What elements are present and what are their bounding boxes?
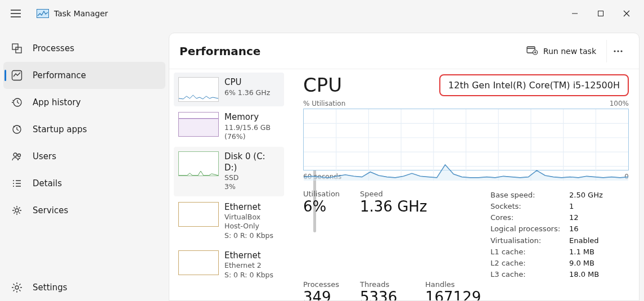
tile-title: Memory: [224, 112, 280, 123]
tile-disk-chart: [178, 151, 219, 176]
run-new-task-button[interactable]: Run new task: [520, 42, 603, 60]
spec-key: L2 cache:: [490, 258, 565, 269]
users-icon: [10, 150, 24, 163]
tile-sub: 11.9/15.6 GB (76%): [224, 123, 280, 142]
window-controls: [562, 5, 640, 23]
nav-details[interactable]: Details: [0, 170, 169, 197]
page-title: Performance: [179, 44, 260, 58]
util-value: 6%: [303, 198, 357, 215]
nav-label: Users: [33, 151, 56, 161]
tile-title: Ethernet: [224, 250, 273, 262]
tile-cpu[interactable]: CPU 6% 1.36 GHz: [174, 73, 284, 106]
hamburger-button[interactable]: [4, 2, 27, 25]
tile-memory[interactable]: Memory 11.9/15.6 GB (76%): [174, 107, 284, 146]
svg-point-7: [13, 153, 17, 156]
tile-title: Ethernet: [224, 202, 280, 213]
svg-point-13: [15, 286, 19, 289]
tile-memory-chart: [178, 112, 219, 137]
services-icon: [10, 204, 24, 217]
spec-table: Base speed:2.50 GHzSockets:1Cores:12Logi…: [490, 190, 629, 280]
nav-settings[interactable]: Settings: [0, 274, 169, 301]
util-label: Utilisation: [303, 190, 357, 198]
svg-point-8: [18, 154, 21, 157]
tile-disk-0[interactable]: Disk 0 (C: D:) SSD 3%: [174, 147, 284, 196]
svg-point-16: [614, 50, 615, 52]
svg-rect-4: [12, 71, 22, 80]
maximize-button[interactable]: [588, 5, 614, 23]
details-icon: [10, 177, 24, 190]
startup-icon: [10, 123, 24, 136]
tile-sub: 6% 1.36 GHz: [224, 88, 270, 97]
spec-key: L3 cache:: [490, 269, 565, 280]
tile-title: Disk 0 (C: D:): [224, 151, 280, 173]
tile-sub: VirtualBox Host-Only: [224, 213, 280, 231]
detail-title: CPU: [303, 74, 342, 96]
spec-value: 18.0 MB: [569, 269, 599, 280]
tile-sub2: S: 0 R: 0 Kbps: [224, 271, 273, 280]
spec-key: Base speed:: [490, 190, 565, 201]
detail-panel: CPU 12th Gen Intel(R) Core(TM) i5-12500H…: [287, 69, 639, 300]
tile-sub2: 3%: [224, 182, 280, 191]
nav-label: Settings: [33, 282, 67, 293]
content-header: Performance Run new task: [169, 33, 639, 69]
nav-label: Processes: [33, 43, 74, 53]
svg-point-12: [15, 209, 19, 212]
thr-label: Threads: [360, 280, 422, 289]
svg-rect-1: [598, 11, 604, 16]
tile-net-chart: [178, 250, 219, 275]
spec-key: L1 cache:: [490, 246, 565, 258]
spec-key: Logical processors:: [490, 223, 565, 235]
run-task-icon: [526, 45, 538, 57]
cpu-model-highlight: 12th Gen Intel(R) Core(TM) i5-12500H: [439, 74, 629, 96]
close-button[interactable]: [614, 5, 640, 23]
hnd-value: 167129: [425, 289, 487, 301]
more-button[interactable]: [606, 40, 629, 62]
thr-value: 5336: [360, 289, 422, 301]
run-task-label: Run new task: [543, 47, 596, 56]
speed-value: 1.36 GHz: [360, 198, 487, 215]
svg-rect-2: [12, 44, 18, 50]
hnd-label: Handles: [425, 280, 487, 289]
resource-tiles: CPU 6% 1.36 GHz Memory 11.9/15.6 GB (76%…: [169, 69, 287, 300]
svg-point-18: [620, 50, 622, 52]
spec-value: 16: [569, 223, 579, 235]
svg-point-17: [617, 50, 619, 52]
svg-rect-3: [16, 47, 21, 53]
spec-key: Sockets:: [490, 201, 565, 212]
history-icon: [10, 96, 24, 109]
app-icon: [36, 8, 49, 19]
proc-value: 349: [303, 289, 357, 301]
tile-ethernet-2[interactable]: Ethernet Ethernet 2 S: 0 R: 0 Kbps: [174, 246, 284, 284]
tile-cpu-chart: [178, 77, 219, 102]
chart-ymax: 100%: [610, 100, 629, 107]
chart-ytitle: % Utilisation: [303, 100, 345, 107]
spec-value: 2.50 GHz: [569, 190, 603, 201]
cpu-utilisation-chart: [303, 109, 629, 170]
processes-icon: [10, 42, 24, 55]
titlebar: Task Manager: [0, 0, 644, 27]
tile-ethernet-1[interactable]: Ethernet VirtualBox Host-Only S: 0 R: 0 …: [174, 197, 284, 245]
nav-performance[interactable]: Performance: [3, 62, 165, 89]
nav-processes[interactable]: Processes: [0, 35, 169, 62]
nav-services[interactable]: Services: [0, 197, 169, 224]
tile-title: CPU: [224, 77, 270, 88]
spec-value: 12: [569, 212, 579, 223]
nav-label: Performance: [33, 70, 86, 80]
app-title: Task Manager: [54, 9, 108, 18]
tile-sub2: S: 0 R: 0 Kbps: [224, 231, 280, 240]
nav-label: App history: [33, 97, 81, 107]
nav-startup-apps[interactable]: Startup apps: [0, 116, 169, 143]
nav-label: Startup apps: [33, 124, 87, 134]
spec-key: Virtualisation:: [490, 235, 565, 246]
sidebar: Processes Performance App history Startu…: [0, 27, 169, 301]
nav-app-history[interactable]: App history: [0, 89, 169, 116]
svg-point-10: [13, 183, 14, 184]
svg-rect-19: [179, 119, 218, 137]
tile-sub: SSD: [224, 173, 280, 182]
svg-point-11: [13, 186, 14, 187]
gear-icon: [10, 281, 24, 294]
minimize-button[interactable]: [562, 5, 588, 23]
proc-label: Processes: [303, 280, 357, 289]
nav-users[interactable]: Users: [0, 143, 169, 170]
spec-value: 9.0 MB: [569, 258, 595, 269]
